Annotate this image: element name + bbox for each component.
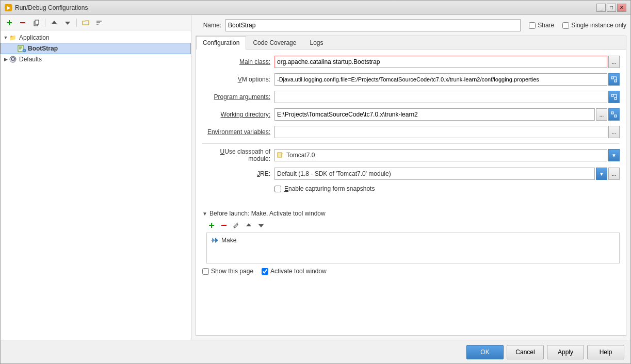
before-launch-edit-button[interactable] [231,220,241,230]
window-title: Run/Debug Configurations [15,4,88,11]
working-dir-label: Working directory: [202,111,274,118]
working-dir-browse-button[interactable]: ... [596,108,607,121]
program-args-input[interactable] [274,91,607,103]
svg-rect-23 [614,97,617,100]
tree-toolbar [1,15,191,30]
working-dir-input[interactable] [274,108,595,121]
toolbar-separator-2 [76,19,77,27]
bootstrap-config-icon [18,44,26,53]
svg-rect-19 [614,80,617,82]
classpath-label-rest: Use classpath of module: [224,148,270,162]
defaults-expand-arrow[interactable]: ▶ [3,56,9,62]
share-checkbox-group: Share [529,22,554,29]
spacer [202,197,620,208]
svg-rect-4 [35,20,39,24]
configurations-tree: ▼ 📁 Application [1,30,191,340]
jre-label-rest: RE: [260,170,270,177]
tab-configuration[interactable]: Configuration [196,36,246,49]
env-vars-browse-button[interactable]: ... [608,126,620,138]
toolbar-separator-1 [45,19,45,27]
before-launch-up-button[interactable] [244,220,254,230]
main-class-label: Main class: [202,58,274,65]
bootstrap-arrow-spacer [11,45,18,52]
enable-snapshots-label-rest: nable capturing form snapshots [288,185,375,192]
copy-configuration-button[interactable] [30,17,42,28]
footer: OK Cancel Apply Help [1,340,630,363]
tab-logs[interactable]: Logs [303,36,330,49]
apply-button[interactable]: Apply [547,345,584,359]
svg-rect-18 [611,77,613,79]
bottom-checkboxes: Show this page Activate tool window [202,268,620,275]
create-folder-button[interactable] [80,17,91,28]
minimize-button[interactable]: _ [596,4,606,12]
before-launch-add-button[interactable] [206,220,217,230]
run-debug-configurations-window: ▶ Run/Debug Configurations _ □ ✕ [0,0,631,364]
remove-configuration-button[interactable] [17,17,28,28]
ok-button[interactable]: OK [466,345,504,359]
activate-window-checkbox[interactable] [262,268,268,275]
sort-configurations-button[interactable] [93,17,105,28]
application-expand-arrow[interactable]: ▼ [3,35,9,41]
svg-text:⚙: ⚙ [10,56,16,63]
main-class-input[interactable] [274,56,607,68]
env-vars-input[interactable] [274,126,607,138]
jre-select-wrap: Default (1.8 - SDK of 'Tomcat7.0' module… [274,168,620,180]
vm-options-input-wrap [274,73,620,86]
vm-options-input[interactable] [274,73,607,86]
program-args-expand-button[interactable] [608,91,620,103]
vm-options-row: VM options: [202,73,620,86]
defaults-icon: ⚙ [9,55,17,63]
cancel-button[interactable]: Cancel [507,345,544,359]
program-args-label-text: Program arguments: [214,93,270,101]
main-class-label-text: Main class: [239,58,270,65]
before-launch-toolbar [206,220,620,230]
show-page-checkbox[interactable] [202,268,209,275]
enable-snapshots-checkbox[interactable] [274,186,281,192]
svg-marker-36 [258,224,264,227]
move-up-button[interactable] [48,17,60,28]
close-button[interactable]: ✕ [617,4,626,12]
svg-rect-10 [18,45,23,52]
tabs-container: Configuration Code Coverage Logs Main cl… [196,36,626,336]
before-launch-header: ▼ Before launch: Make, Activate tool win… [202,210,620,217]
add-configuration-button[interactable] [4,17,15,28]
before-launch-toggle[interactable]: ▼ [202,211,207,217]
svg-rect-27 [614,115,617,117]
tree-item-application[interactable]: ▼ 📁 Application [1,32,191,43]
before-launch-remove-button[interactable] [219,220,229,230]
working-dir-input-wrap: ... [274,108,620,121]
program-args-label: Program arguments: [202,93,274,101]
tab-code-coverage[interactable]: Code Coverage [246,36,303,49]
svg-rect-22 [611,94,613,96]
svg-rect-26 [611,112,613,114]
env-vars-label-text: Environment variables: [207,128,270,136]
main-content: ▼ 📁 Application [1,15,630,340]
help-button[interactable]: Help [587,345,624,359]
before-launch-down-button[interactable] [256,220,266,230]
name-input[interactable] [225,19,521,31]
svg-marker-38 [215,238,218,243]
jre-browse-button[interactable]: ... [608,168,620,180]
main-class-browse-button[interactable]: ... [608,56,620,68]
classpath-row: UUse classpath of module: Tomcat7.0 ▼ [202,148,620,162]
classpath-dropdown-button[interactable]: ▼ [608,149,620,161]
before-launch-list: Make [206,233,620,263]
env-vars-row: Environment variables: ... [202,126,620,138]
activate-window-checkbox-group: Activate tool window [262,268,327,275]
name-field-label: Name: [196,22,221,29]
jre-dropdown-button[interactable]: ▼ [596,168,607,180]
window-icon: ▶ [5,4,12,11]
working-dir-expand-button[interactable] [608,108,620,121]
svg-marker-6 [65,22,70,25]
tree-item-defaults[interactable]: ▶ ⚙ Defaults [1,54,191,64]
vm-options-expand-button[interactable] [608,73,620,86]
move-down-button[interactable] [62,17,73,28]
share-checkbox[interactable] [529,22,536,29]
show-page-label: Show this page [211,268,253,275]
single-instance-checkbox[interactable] [562,22,569,29]
make-label: Make [221,237,236,244]
tree-item-bootstrap[interactable]: BootStrap [1,43,191,54]
title-bar: ▶ Run/Debug Configurations _ □ ✕ [1,1,630,15]
env-vars-label: Environment variables: [202,128,274,136]
maximize-button[interactable]: □ [607,4,616,12]
